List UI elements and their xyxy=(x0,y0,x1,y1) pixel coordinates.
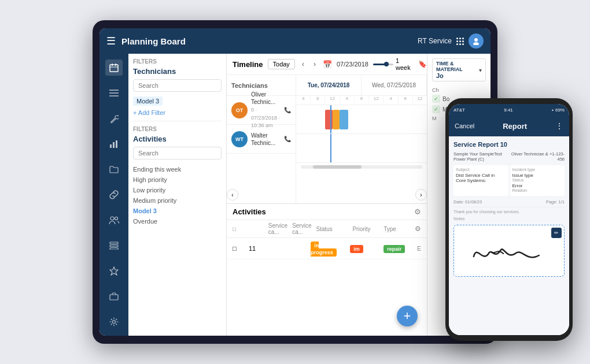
bookmark-icon[interactable]: 🔖 xyxy=(418,60,427,68)
col-svccat-header: Service ca... xyxy=(268,222,287,235)
phone-status-right: ▪ 69% xyxy=(552,107,565,113)
sidebar-icon-star[interactable] xyxy=(105,263,123,279)
sidebar-icon-settings[interactable] xyxy=(105,314,123,330)
sidebar-icon-people[interactable] xyxy=(105,212,123,228)
date-col-tue: Tue, 07/24/2018 xyxy=(296,75,362,95)
date-headers: Tue, 07/24/2018 Wed, 07/25/2018 xyxy=(296,75,427,96)
tech-info-wt: Walter Technic... xyxy=(251,132,281,147)
phone-content: Service Report 10 Sample Your SampleTest… xyxy=(449,136,569,335)
wifi-icon: ▪ xyxy=(552,107,554,113)
tablet-screen: ☰ Planning Board RT Service xyxy=(99,28,491,336)
top-bar-right: RT Service xyxy=(418,34,484,49)
timeline-header: Timeline Today ‹ › 📅 07/23/2018 1 week 🔖… xyxy=(227,54,427,75)
svg-marker-17 xyxy=(110,267,118,275)
phone-notes-label: Notes xyxy=(453,216,565,221)
check-icon-2: ✓ xyxy=(432,105,440,113)
date-display: 07/23/2018 xyxy=(337,61,368,68)
filter-tag-model3[interactable]: Model 3 xyxy=(133,96,163,106)
user-avatar[interactable] xyxy=(469,34,484,49)
phone-screen: AT&T 9:41 ▪ 69% Cancel Report ⋮ Service … xyxy=(449,104,569,335)
sidebar-icon-folder[interactable] xyxy=(105,161,123,177)
calendar-icon[interactable]: 📅 xyxy=(323,60,332,69)
row1-status: in progress xyxy=(311,242,345,255)
phone-time: 9:41 xyxy=(504,107,513,113)
cancel-button[interactable]: Cancel xyxy=(455,122,474,129)
sidebar-icon-link[interactable] xyxy=(105,187,123,203)
week-label: 1 week xyxy=(396,57,414,71)
sidebar-icon-chart[interactable] xyxy=(105,136,123,152)
svg-point-13 xyxy=(115,217,118,220)
row1-id: 11 xyxy=(249,245,266,252)
time-material-dropdown[interactable]: TIME & MATERIAL Jo xyxy=(432,58,486,81)
search-input-tech[interactable] xyxy=(133,79,222,92)
phone-technician: Oliver Technician & +1-123-456 xyxy=(509,151,565,162)
phone-message: Thank you for choosing our services. xyxy=(453,207,565,214)
filter-medium-priority[interactable]: Medium priority xyxy=(133,195,222,206)
date-col-wed: Wed, 07/25/2018 xyxy=(362,75,427,95)
sidebar-icon-briefcase[interactable] xyxy=(105,288,123,304)
filter-overdue[interactable]: Overdue xyxy=(133,216,222,226)
time-material-section: TIME & MATERIAL Jo xyxy=(432,58,486,81)
phone-info-subject: Subject Dist Service Call in Core System… xyxy=(453,165,508,196)
phone-page: Page: 1/1 xyxy=(546,199,565,205)
phone-edit-button[interactable]: ✏ xyxy=(551,228,562,238)
next-date-button[interactable]: › xyxy=(311,59,318,69)
svg-rect-2 xyxy=(110,65,118,72)
filter-low-priority[interactable]: Low priority xyxy=(133,185,222,195)
row1-type: repair xyxy=(384,245,412,252)
time-material-title: TIME & MATERIAL xyxy=(436,61,479,72)
nav-arrow-right[interactable]: › xyxy=(415,189,427,200)
add-filter-btn[interactable]: + Add Filter xyxy=(133,109,222,116)
tablet-device: ☰ Planning Board RT Service xyxy=(93,20,497,344)
nav-arrow-left[interactable]: ‹ xyxy=(227,189,238,200)
rp-bo-label: Bo xyxy=(443,96,449,102)
sidebar-icon-menu[interactable] xyxy=(105,85,123,101)
filter-high-priority[interactable]: High priority xyxy=(133,174,222,185)
left-sidebar xyxy=(99,54,128,336)
phone-subject-label: Subject xyxy=(456,168,506,172)
calendar-area: Tue, 07/24/2018 Wed, 07/25/2018 4 8 12 4… xyxy=(296,75,427,203)
activities-title: Activities xyxy=(233,207,414,216)
sidebar-icon-calendar[interactable] xyxy=(105,60,123,76)
svg-rect-11 xyxy=(116,140,117,148)
col-settings-header[interactable]: ⚙ xyxy=(415,225,421,233)
activities-table: □ Service ca... Service ca... Status Pri… xyxy=(227,220,427,259)
phone-signature-area[interactable]: ✏ xyxy=(453,225,565,277)
phone-icon-ot[interactable]: 📞 xyxy=(284,107,291,113)
fab-add-button[interactable]: + xyxy=(397,306,418,326)
event-block-3[interactable] xyxy=(340,110,349,129)
prev-date-button[interactable]: ‹ xyxy=(300,59,307,69)
menu-icon[interactable]: ☰ xyxy=(106,35,116,47)
phone-date: Date: 01/08/23 xyxy=(453,199,482,205)
filters-label-tech: Filters xyxy=(133,58,222,65)
grid-icon[interactable] xyxy=(456,38,464,45)
tech-avatar-wt: WT xyxy=(231,131,248,147)
phone-icon-wt[interactable]: 📞 xyxy=(284,136,291,142)
event-block-1[interactable] xyxy=(325,110,333,129)
filter-model3[interactable]: Model 3 xyxy=(133,206,222,216)
filter-ending-week[interactable]: Ending this week xyxy=(133,164,222,174)
col-status-header: Status xyxy=(316,226,348,232)
phone-info-grid: Subject Dist Service Call in Core System… xyxy=(453,165,565,196)
timeline-scrollbar[interactable] xyxy=(301,165,422,169)
today-button[interactable]: Today xyxy=(268,59,295,69)
sidebar-icon-tools[interactable] xyxy=(105,110,123,127)
search-input-act[interactable] xyxy=(133,147,222,159)
chevron-down-icon xyxy=(479,67,482,73)
main-content: Filters Technicians Model 3 + Add Filter… xyxy=(99,54,491,336)
phone-status-label: Status xyxy=(512,178,563,182)
phone-more-icon[interactable]: ⋮ xyxy=(555,121,563,131)
event-block-2[interactable] xyxy=(333,110,339,129)
col-type-header: Type xyxy=(384,226,410,232)
col-svccat2-header: Service ca... xyxy=(292,222,311,235)
service-label: RT Service xyxy=(418,37,452,45)
col-check-header: □ xyxy=(233,226,243,232)
week-slider[interactable]: 1 week xyxy=(373,57,414,71)
row1-checkbox[interactable]: □ xyxy=(233,245,244,252)
sidebar-icon-list[interactable] xyxy=(105,237,123,254)
phone-incident-label: Incident type xyxy=(512,168,563,172)
phone-info-incident: Incident type Issue type Status Error Re… xyxy=(510,165,565,196)
table-row-1[interactable]: □ 11 in progress im repair E xyxy=(227,238,427,259)
current-time-marker-wt xyxy=(330,134,331,162)
activities-settings-icon[interactable]: ⚙ xyxy=(414,207,421,216)
